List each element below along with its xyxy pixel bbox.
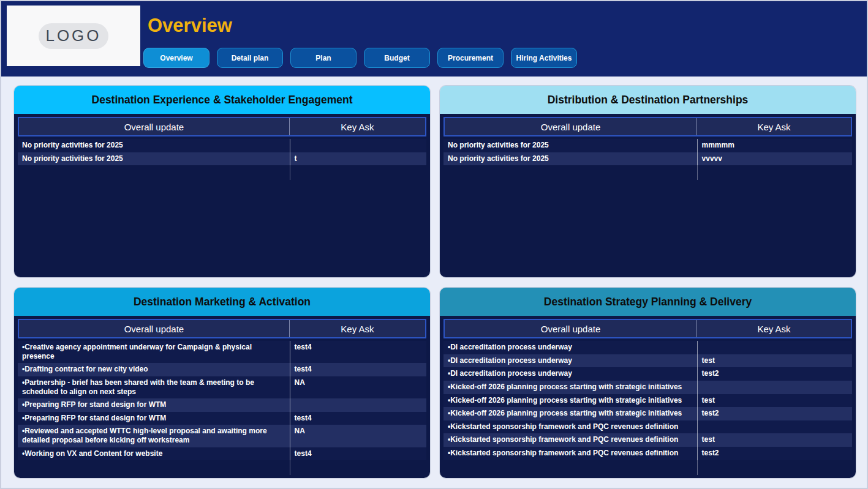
ask-cell: test2 <box>697 447 852 460</box>
table-rows: No priority activities for 2025mmmmmNo p… <box>443 139 852 165</box>
column-header-key-ask: Key Ask <box>696 320 851 337</box>
ask-cell: test <box>697 354 852 368</box>
ask-cell: test2 <box>697 367 852 381</box>
column-divider-tail <box>443 165 852 180</box>
dashboard-screen: LOGO Overview Overview Detail plan Plan … <box>0 0 868 489</box>
panel-title: Destination Marketing & Activation <box>14 288 430 316</box>
column-header-overall-update: Overall update <box>445 118 696 135</box>
panel-table: Overall update Key Ask •DI accreditation… <box>440 316 856 478</box>
update-cell: •Kickstarted sponsorship framework and P… <box>443 447 697 460</box>
panel-destination-marketing: Destination Marketing & Activation Overa… <box>14 288 430 478</box>
ask-cell: test <box>697 433 852 447</box>
update-cell: •Preparing RFP for stand design for WTM <box>18 398 290 412</box>
table-row: •Kicked-off 2026 planning process starti… <box>443 394 852 408</box>
table-row: •Kicked-off 2026 planning process starti… <box>443 407 852 420</box>
tab-overview[interactable]: Overview <box>143 48 209 68</box>
update-cell: •Kicked-off 2026 planning process starti… <box>443 407 697 420</box>
ask-cell: test2 <box>697 407 852 420</box>
column-divider-tail <box>443 460 852 475</box>
tab-hiring-activities[interactable]: Hiring Activities <box>511 48 577 68</box>
column-divider-tail <box>18 165 426 180</box>
table-row: •Kickstarted sponsorship framework and P… <box>443 447 852 460</box>
ask-cell: test <box>697 394 852 408</box>
update-cell: •DI accreditation process underway <box>443 367 697 381</box>
ask-cell: test4 <box>290 412 426 425</box>
table-rows: •DI accreditation process underway•DI ac… <box>443 341 852 460</box>
table-row: •DI accreditation process underway <box>443 341 852 354</box>
ask-cell: test4 <box>290 447 426 461</box>
ask-cell: vvvvv <box>697 152 852 166</box>
update-cell: •Kickstarted sponsorship framework and P… <box>443 420 697 434</box>
table-row: No priority activities for 2025mmmmm <box>443 139 852 152</box>
table-row: •Kicked-off 2026 planning process starti… <box>443 381 852 394</box>
table-header-row: Overall update Key Ask <box>443 319 852 338</box>
update-cell: •Kicked-off 2026 planning process starti… <box>443 381 697 394</box>
panel-table: Overall update Key Ask No priority activ… <box>440 114 856 277</box>
update-cell: •Kickstarted sponsorship framework and P… <box>443 433 697 447</box>
table-row: •Kickstarted sponsorship framework and P… <box>443 433 852 447</box>
ask-cell <box>697 381 852 394</box>
column-divider-tail <box>18 460 426 475</box>
logo-placeholder: LOGO <box>39 23 108 49</box>
ask-cell: NA <box>290 425 426 447</box>
table-row: •Working on VX and Content for websitete… <box>18 447 426 461</box>
update-cell: •Kicked-off 2026 planning process starti… <box>443 394 697 408</box>
table-row: No priority activities for 2025vvvvv <box>443 152 852 166</box>
tab-plan[interactable]: Plan <box>290 48 357 68</box>
top-navigation-bar: LOGO Overview Overview Detail plan Plan … <box>1 1 867 77</box>
ask-cell <box>697 341 852 354</box>
panel-table: Overall update Key Ask No priority activ… <box>14 114 430 277</box>
table-header-row: Overall update Key Ask <box>443 117 852 136</box>
table-row: •Drafting contract for new city videotes… <box>18 363 426 376</box>
ask-cell <box>697 420 852 434</box>
table-row: •Kickstarted sponsorship framework and P… <box>443 420 852 434</box>
ask-cell: test4 <box>290 363 426 376</box>
tab-procurement[interactable]: Procurement <box>437 48 504 68</box>
table-header-row: Overall update Key Ask <box>18 117 426 136</box>
table-rows: •Creative agency appointment underway fo… <box>18 341 426 460</box>
panel-title: Destination Strategy Planning & Delivery <box>440 288 856 316</box>
table-row: •DI accreditation process underwaytest <box>443 354 852 368</box>
tab-detail-plan[interactable]: Detail plan <box>217 48 283 68</box>
ask-cell: NA <box>290 376 426 398</box>
update-cell: •Drafting contract for new city video <box>18 363 290 376</box>
column-header-overall-update: Overall update <box>445 320 696 337</box>
column-header-overall-update: Overall update <box>19 118 289 135</box>
logo: LOGO <box>7 6 140 66</box>
ask-cell: mmmmm <box>697 139 852 152</box>
update-cell: •DI accreditation process underway <box>443 341 697 354</box>
update-cell: •Partnership - brief has been shared wit… <box>18 376 290 398</box>
update-cell: •DI accreditation process underway <box>443 354 697 368</box>
tab-bar: Overview Detail plan Plan Budget Procure… <box>143 48 577 68</box>
update-cell: No priority activities for 2025 <box>18 152 290 166</box>
column-header-overall-update: Overall update <box>19 320 289 337</box>
tab-budget[interactable]: Budget <box>364 48 430 68</box>
table-row: No priority activities for 2025t <box>18 152 426 166</box>
page-title: Overview <box>148 15 232 37</box>
table-row: •Preparing RFP for stand design for WTMt… <box>18 412 426 425</box>
ask-cell <box>290 139 426 152</box>
update-cell: •Preparing RFP for stand design for WTM <box>18 412 290 425</box>
ask-cell <box>290 398 426 412</box>
table-row: •DI accreditation process underwaytest2 <box>443 367 852 381</box>
panel-table: Overall update Key Ask •Creative agency … <box>14 316 430 478</box>
column-header-key-ask: Key Ask <box>289 320 425 337</box>
table-row: •Reviewed and accepted WTTC high-level p… <box>18 425 426 447</box>
column-header-key-ask: Key Ask <box>289 118 425 135</box>
panel-title: Destination Experience & Stakeholder Eng… <box>14 86 430 114</box>
ask-cell: t <box>290 152 426 166</box>
update-cell: No priority activities for 2025 <box>443 152 697 166</box>
panel-title: Distribution & Destination Partnerships <box>440 86 856 114</box>
panel-destination-experience: Destination Experience & Stakeholder Eng… <box>14 86 430 277</box>
table-row: •Creative agency appointment underway fo… <box>18 341 426 363</box>
table-row: No priority activities for 2025 <box>18 139 426 152</box>
update-cell: No priority activities for 2025 <box>443 139 697 152</box>
table-row: •Partnership - brief has been shared wit… <box>18 376 426 398</box>
update-cell: •Working on VX and Content for website <box>18 447 290 461</box>
panel-distribution-partnerships: Distribution & Destination Partnerships … <box>440 86 856 277</box>
table-row: •Preparing RFP for stand design for WTM <box>18 398 426 412</box>
update-cell: No priority activities for 2025 <box>18 139 290 152</box>
panel-grid: Destination Experience & Stakeholder Eng… <box>1 77 867 478</box>
column-header-key-ask: Key Ask <box>696 118 851 135</box>
ask-cell: test4 <box>290 341 426 363</box>
